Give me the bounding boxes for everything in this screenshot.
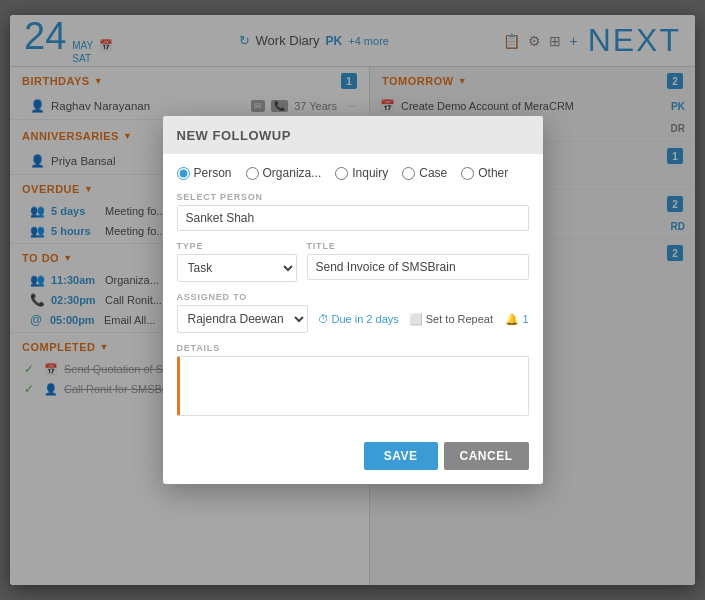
radio-inquiry-label: Inquiry: [352, 166, 388, 180]
details-textarea[interactable]: [177, 356, 529, 416]
repeat-label[interactable]: ⬜ Set to Repeat: [409, 313, 493, 326]
title-label: TITLE: [307, 241, 529, 251]
radio-other[interactable]: Other: [461, 166, 508, 180]
due-label: ⏱ Due in 2 days: [318, 313, 399, 325]
app-window: 24 MAY SAT 📅 ↻ Work Diary PK +4 more 📋 ⚙…: [10, 15, 695, 585]
radio-case[interactable]: Case: [402, 166, 447, 180]
radio-other-label: Other: [478, 166, 508, 180]
title-col: TITLE: [307, 241, 529, 282]
type-select[interactable]: Task Call Email Meeting: [177, 254, 297, 282]
assigned-label: ASSIGNED TO: [177, 292, 529, 302]
cancel-button[interactable]: CANCEL: [444, 442, 529, 470]
radio-inquiry[interactable]: Inquiry: [335, 166, 388, 180]
save-button[interactable]: SAVE: [364, 442, 438, 470]
type-label: TYPE: [177, 241, 297, 251]
modal-overlay: NEW FOLLOWUP Person Organiza... Inqu: [10, 15, 695, 585]
select-person-input[interactable]: [177, 205, 529, 231]
modal-header: NEW FOLLOWUP: [163, 116, 543, 154]
radio-organiza-label: Organiza...: [263, 166, 322, 180]
modal-title: NEW FOLLOWUP: [177, 128, 291, 143]
bell-count: 1: [522, 313, 528, 325]
repeat-text: Set to Repeat: [426, 313, 493, 325]
radio-case-input[interactable]: [402, 167, 415, 180]
radio-person-input[interactable]: [177, 167, 190, 180]
modal-footer: SAVE CANCEL: [163, 442, 543, 484]
type-title-row: TYPE Task Call Email Meeting TITLE: [177, 241, 529, 282]
radio-row: Person Organiza... Inquiry Case: [177, 166, 529, 180]
radio-other-input[interactable]: [461, 167, 474, 180]
bell-badge[interactable]: 🔔 1: [505, 313, 528, 326]
repeat-icon: ⬜: [409, 313, 423, 326]
radio-person[interactable]: Person: [177, 166, 232, 180]
select-person-label: SELECT PERSON: [177, 192, 529, 202]
radio-organiza-input[interactable]: [246, 167, 259, 180]
assigned-row: Rajendra Deewan ⏱ Due in 2 days ⬜ Set to…: [177, 305, 529, 333]
bell-icon: 🔔: [505, 313, 519, 326]
due-text: Due in 2 days: [332, 313, 399, 325]
radio-organiza[interactable]: Organiza...: [246, 166, 322, 180]
details-label: DETAILS: [177, 343, 529, 353]
clock-icon: ⏱: [318, 313, 329, 325]
radio-inquiry-input[interactable]: [335, 167, 348, 180]
new-followup-modal: NEW FOLLOWUP Person Organiza... Inqu: [163, 116, 543, 484]
radio-case-label: Case: [419, 166, 447, 180]
radio-person-label: Person: [194, 166, 232, 180]
type-col: TYPE Task Call Email Meeting: [177, 241, 297, 282]
assigned-select[interactable]: Rajendra Deewan: [177, 305, 308, 333]
modal-body: Person Organiza... Inquiry Case: [163, 154, 543, 442]
title-input[interactable]: [307, 254, 529, 280]
